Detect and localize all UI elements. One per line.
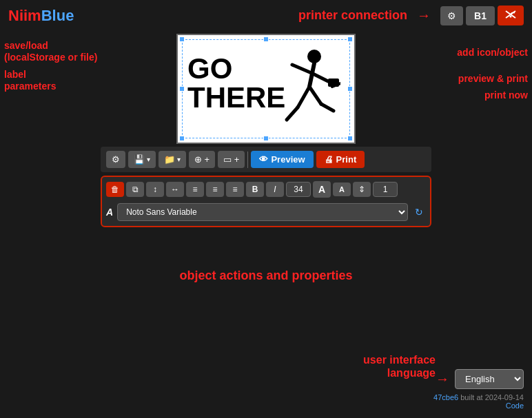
handle-tm[interactable] [263,36,269,42]
preview-print-annotation: preview & print [458,73,528,84]
svg-line-9 [321,104,334,111]
header: NiimBlue printer connection → ⚙ B1 [0,0,532,31]
handle-bm[interactable] [263,136,269,141]
language-selector[interactable]: English French German Spanish Chinese [455,369,524,389]
svg-point-1 [307,50,321,63]
version-build-label: built at [460,393,484,401]
version-info: 47cbe6 built at 2024-09-14 Code [433,393,524,410]
logo-niim: Niim [8,7,41,24]
person-icon-area [272,45,340,128]
printer-controls: ⚙ B1 [440,6,524,25]
refresh-fonts-button[interactable]: ↻ [412,205,426,219]
disconnect-button[interactable] [498,6,524,25]
code-link[interactable]: Code [506,401,524,410]
handle-bl[interactable] [179,136,185,141]
align-left-button[interactable]: ≡ [186,182,204,197]
print-now-annotation: print now [484,90,528,101]
svg-point-0 [510,16,512,18]
move-left-right-button[interactable]: ↔ [166,182,184,197]
version-date: 2024-09-14 [485,393,524,401]
bottom-right: user interfacelanguage → English French … [433,369,524,410]
italic-button[interactable]: I [266,182,284,197]
obj-actions-annotation: object actions and properties [179,269,352,283]
delete-button[interactable]: 🗑 [106,182,124,197]
obj-actions-bar: 🗑 ⧉ ↕ ↔ ≡ ≡ ≡ B I 34 A A ⇕ 1 [105,180,427,199]
obj-actions-container: 🗑 ⧉ ↕ ↔ ≡ ≡ ≡ B I 34 A A ⇕ 1 A Noto Sans… [101,176,431,227]
label-canvas[interactable]: GO THERE [176,34,356,144]
label-params-annotation: labelparameters [4,69,57,92]
toolbar-divider [247,151,248,168]
canvas-text[interactable]: GO THERE [187,54,285,112]
lang-arrow-icon: → [436,371,449,387]
ui-lang-annotation: user interfacelanguage [363,353,436,379]
handle-tl[interactable] [179,36,185,42]
bottom-area: user interfacelanguage → English French … [0,361,532,418]
font-size-input[interactable]: 34 [286,182,311,197]
printer-connection-label: printer connection [298,8,407,23]
svg-line-8 [309,87,321,104]
save-button[interactable]: 💾 ▾ [128,151,156,168]
handle-mr[interactable] [347,86,353,92]
add-icon-button[interactable]: ▭ + [218,151,245,168]
preview-button[interactable]: 👁 Preview [251,151,313,168]
logo-blue: Blue [41,7,74,24]
save-load-annotation: save/load(localStorage or file) [4,40,97,63]
font-size-increase-button[interactable]: A [313,181,331,198]
line-height-input[interactable]: 1 [373,182,398,197]
svg-line-6 [298,87,309,107]
line-height-button[interactable]: ⇕ [353,182,371,197]
font-label-icon: A [106,207,113,218]
person-svg [272,45,340,128]
settings-button[interactable]: ⚙ [440,6,463,25]
handle-tr[interactable] [347,36,353,42]
move-up-down-button[interactable]: ↕ [146,182,164,197]
arrow-icon: → [417,8,431,23]
align-center-button[interactable]: ≡ [206,182,224,197]
font-selector[interactable]: Noto Sans Variable [117,203,408,221]
handle-br[interactable] [347,136,353,141]
version-hash-link[interactable]: 47cbe6 [433,393,458,401]
bold-button[interactable]: B [246,182,264,197]
load-button[interactable]: 📁 ▾ [158,151,186,168]
add-object-button[interactable]: ⊕ + [189,151,215,168]
logo: NiimBlue [8,7,74,25]
label-params-button[interactable]: ⚙ [106,151,125,168]
handle-ml[interactable] [179,86,185,92]
font-size-decrease-button[interactable]: A [333,182,351,196]
canvas-text-line2: THERE [187,81,285,114]
font-row: A Noto Sans Variable ↻ [105,201,427,223]
duplicate-button[interactable]: ⧉ [126,182,144,197]
canvas-text-line1: GO [187,52,232,85]
svg-line-4 [311,73,328,81]
print-button[interactable]: 🖨 Print [316,151,365,168]
svg-line-7 [287,107,298,120]
main-toolbar: ⚙ 💾 ▾ 📁 ▾ ⊕ + ▭ + 👁 Preview 🖨 Print [101,147,431,172]
printer-name-button[interactable]: B1 [466,6,495,25]
svg-line-3 [292,65,311,73]
align-right-button[interactable]: ≡ [226,182,244,197]
add-icon-annotation: add icon/object [457,47,528,58]
